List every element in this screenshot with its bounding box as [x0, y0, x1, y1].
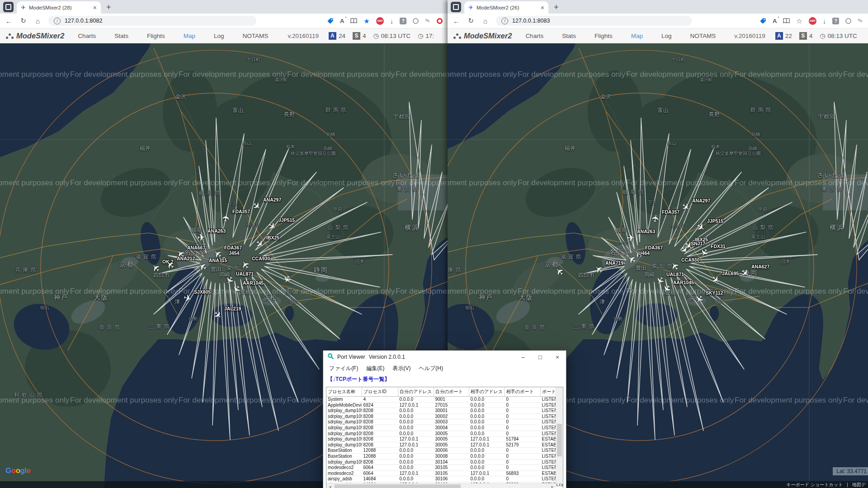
new-tab-button[interactable]: + — [106, 3, 111, 11]
horizontal-scrollbar-thumb[interactable] — [335, 484, 461, 488]
minimize-button[interactable]: – — [514, 351, 532, 363]
aircraft-callsign[interactable]: CCA930 — [681, 257, 699, 263]
aircraft-callsign[interactable]: U464 — [638, 250, 650, 256]
column-header[interactable]: プロセスID — [362, 387, 398, 397]
aircraft-callsign[interactable]: UAL871 — [666, 272, 684, 277]
back-icon[interactable]: ← — [5, 17, 13, 25]
menu-item[interactable]: ファイル(F) — [325, 365, 362, 372]
port-table-row[interactable]: modesdeco260640.0.0.0301050.0.0.00LISTEN… — [326, 465, 563, 471]
tab-actions-icon[interactable] — [451, 2, 461, 12]
download-extension-icon[interactable]: ↓ — [823, 17, 826, 25]
nav-item-flights[interactable]: Flights — [594, 33, 613, 39]
aircraft-callsign[interactable]: CCA930 — [252, 256, 270, 261]
aircraft-callsign[interactable]: SJX805 — [194, 289, 211, 295]
aircraft-callsign[interactable]: ANA263 — [637, 229, 655, 234]
help-extension-icon[interactable]: ? — [400, 18, 406, 24]
circle-extension-icon[interactable] — [413, 18, 419, 24]
nav-item-map[interactable]: Map — [631, 33, 643, 39]
immersive-reader-icon[interactable] — [783, 18, 790, 24]
menu-item[interactable]: 編集(E) — [362, 365, 388, 372]
aircraft-callsign[interactable]: JJP515 — [278, 217, 295, 223]
menu-item[interactable]: ヘルプ(H) — [415, 365, 447, 372]
address-bar[interactable]: i 127.0.0.1:8082 — [48, 16, 256, 26]
aircraft-callsign[interactable]: ANA297 — [263, 197, 281, 202]
read-aloud-icon[interactable]: A — [340, 18, 344, 24]
horizontal-scrollbar[interactable]: ◄ ► — [326, 483, 556, 488]
port-viewer-titlebar[interactable]: Port Viewer Version 2.0.0.1 – □ × — [323, 351, 566, 363]
shopping-tag-icon[interactable] — [760, 18, 766, 24]
port-table-row[interactable]: sdrplay_dump10908208127.0.0.130005127.0.… — [326, 442, 563, 448]
aircraft-callsign[interactable]: ANA263 — [208, 228, 226, 234]
aircraft-callsign[interactable]: AAR1045 — [673, 280, 694, 285]
nav-item-stats[interactable]: Stats — [114, 33, 128, 39]
aircraft-callsign[interactable]: FDX31 — [711, 244, 726, 249]
port-table-row[interactable]: sdrplay_dump109082080.0.0.0300010.0.0.00… — [326, 408, 563, 414]
port-table-row[interactable]: sdrplay_dump109082080.0.0.0301040.0.0.00… — [326, 459, 563, 465]
port-table-row[interactable]: System40.0.0.090010.0.0.00LISTENING — [326, 397, 563, 403]
aircraft-icon[interactable]: ✈ — [626, 233, 635, 243]
refresh-icon[interactable]: ↻ — [19, 17, 27, 25]
favorites-star-icon[interactable]: ★ — [363, 18, 369, 24]
nav-item-log[interactable]: Log — [661, 33, 672, 39]
aircraft-callsign[interactable]: FDA357 — [232, 209, 250, 214]
aircraft-icon[interactable]: ✈ — [221, 213, 231, 223]
nav-item-log[interactable]: Log — [214, 33, 224, 39]
aircraft-callsign[interactable]: ANA297 — [692, 198, 710, 203]
port-table-row[interactable]: modesdeco26064127.0.0.130105127.0.0.1568… — [326, 470, 563, 476]
port-table-row[interactable]: AppleMobileDevi...6924127.0.0.1270150.0.… — [326, 402, 563, 408]
maximize-button[interactable]: □ — [532, 351, 549, 363]
aircraft-icon[interactable]: ✈ — [650, 214, 661, 223]
port-table-row[interactable]: sdrplay_dump109082080.0.0.0300020.0.0.00… — [326, 413, 563, 419]
aircraft-callsign[interactable]: ANA715 — [209, 258, 227, 263]
help-extension-icon[interactable]: ? — [832, 18, 839, 24]
aircraft-callsign[interactable]: SKY112 — [706, 290, 723, 296]
keyboard-shortcuts-link[interactable]: キーボード ショートカット — [786, 482, 843, 488]
tab-close-icon[interactable]: × — [541, 4, 544, 11]
vertical-scrollbar[interactable] — [556, 387, 563, 483]
nav-item-flights[interactable]: Flights — [147, 33, 165, 39]
address-bar[interactable]: i 127.0.0.1:8083 — [496, 16, 692, 26]
vertical-scrollbar-thumb[interactable] — [557, 424, 562, 456]
immersive-reader-icon[interactable] — [350, 18, 357, 24]
aircraft-callsign[interactable]: IBX25 — [266, 235, 279, 240]
read-aloud-icon[interactable]: A — [773, 18, 777, 24]
back-icon[interactable]: ← — [453, 17, 460, 25]
column-header[interactable]: 相手のアドレス — [469, 387, 505, 397]
shopping-tag-icon[interactable] — [327, 18, 334, 24]
aircraft-callsign[interactable]: SNJ17 — [691, 241, 705, 246]
home-icon[interactable]: ⌂ — [34, 17, 42, 25]
nav-item-map[interactable]: Map — [184, 33, 195, 39]
nav-item-notams[interactable]: NOTAMS — [690, 33, 716, 39]
nav-item-charts[interactable]: Charts — [525, 33, 543, 39]
nav-item-stats[interactable]: Stats — [562, 33, 576, 39]
aircraft-callsign[interactable]: ANA719 — [605, 260, 623, 266]
circle-extension-icon[interactable] — [845, 18, 851, 24]
aircraft-callsign[interactable]: FDA367 — [224, 245, 242, 250]
port-table-row[interactable]: airspy_adsb146840.0.0.0301060.0.0.00LIST… — [326, 476, 563, 482]
port-viewer-window[interactable]: Port Viewer Version 2.0.0.1 – □ × ファイル(F… — [323, 350, 566, 488]
menu-item[interactable]: 表示(V) — [388, 365, 415, 372]
aircraft-callsign[interactable]: AAR1045 — [243, 280, 264, 286]
scroll-right-icon[interactable]: ► — [549, 483, 556, 488]
site-info-icon[interactable]: i — [54, 18, 61, 24]
aircraft-callsign[interactable]: JAL219 — [224, 306, 241, 311]
scroll-left-icon[interactable]: ◄ — [326, 483, 334, 488]
browser-tab[interactable]: ✈ ModeSMixer2 (28) × — [17, 1, 101, 14]
pen-extension-icon[interactable]: ✎ — [857, 17, 863, 25]
nav-item-notams[interactable]: NOTAMS — [242, 33, 268, 39]
aircraft-icon[interactable]: ✈ — [197, 232, 205, 242]
column-header[interactable]: プロセス名称 — [326, 387, 362, 397]
aircraft-callsign[interactable]: FDA367 — [645, 245, 663, 250]
adblock-extension-icon[interactable]: ABP — [376, 17, 384, 25]
refresh-icon[interactable]: ↻ — [467, 17, 475, 25]
aircraft-callsign[interactable]: ANA212 — [177, 256, 195, 261]
port-table-row[interactable]: sdrplay_dump109082080.0.0.0300040.0.0.00… — [326, 425, 563, 431]
tab-close-icon[interactable]: × — [93, 4, 97, 11]
column-header[interactable]: 自分のポート — [434, 387, 469, 397]
browser-tab[interactable]: ✈ ModeSMixer2 (26) × — [464, 1, 548, 14]
tab-actions-icon[interactable] — [3, 2, 14, 12]
pen-extension-icon[interactable]: ✎ — [424, 17, 431, 25]
port-table-row[interactable]: sdrplay_dump109082080.0.0.0300030.0.0.00… — [326, 419, 563, 425]
column-header[interactable]: 自分のアドレス — [398, 387, 434, 397]
download-extension-icon[interactable]: ↓ — [390, 17, 394, 25]
